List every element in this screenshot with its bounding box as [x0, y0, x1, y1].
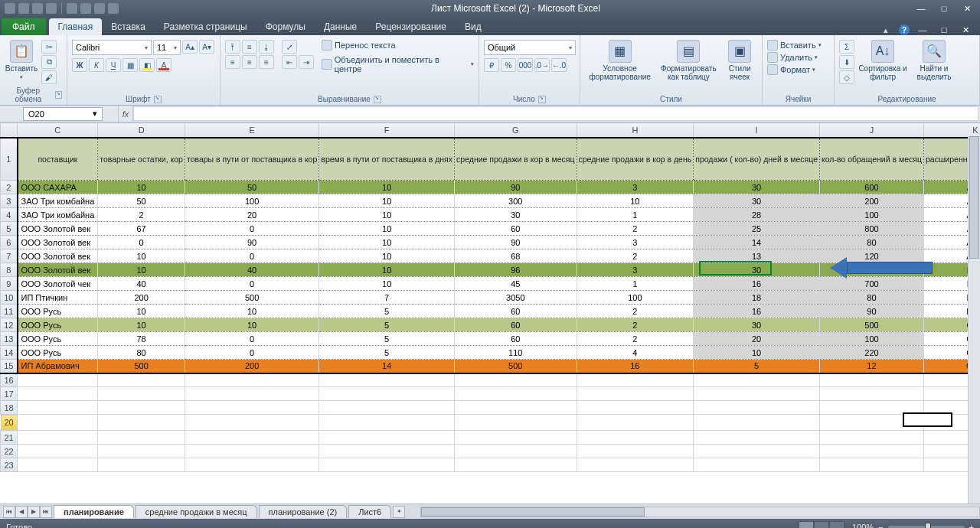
cell[interactable]: 10: [319, 181, 455, 194]
cell[interactable]: [18, 431, 98, 445]
wrap-text-button[interactable]: Перенос текста: [322, 40, 474, 51]
cell[interactable]: 80: [819, 291, 923, 305]
cell[interactable]: ООО Золотой век: [18, 263, 98, 277]
page-layout-view-icon[interactable]: [814, 521, 829, 528]
fx-icon[interactable]: fx: [118, 106, 133, 122]
cell[interactable]: 60: [455, 318, 577, 332]
cell[interactable]: [694, 373, 820, 387]
cell[interactable]: 60: [455, 222, 577, 236]
dialog-launcher-icon[interactable]: [374, 96, 381, 103]
cell[interactable]: 40: [98, 277, 185, 291]
sheet-nav-last-icon[interactable]: ⏭: [40, 506, 52, 518]
cell[interactable]: 16: [694, 277, 820, 291]
cell[interactable]: [319, 415, 455, 431]
cell[interactable]: 67: [98, 222, 185, 236]
cell[interactable]: 90: [185, 236, 318, 249]
cell[interactable]: 10: [694, 346, 820, 360]
cell[interactable]: 10: [185, 305, 318, 318]
qat-icon[interactable]: [94, 3, 105, 14]
cell[interactable]: 30: [694, 181, 820, 194]
row-header[interactable]: 18: [1, 401, 18, 415]
cell[interactable]: 10: [319, 249, 455, 263]
cell[interactable]: 3: [577, 236, 694, 249]
cell[interactable]: 10: [98, 263, 185, 277]
dialog-launcher-icon[interactable]: [538, 96, 546, 103]
cell[interactable]: 2: [577, 249, 694, 263]
cell[interactable]: [18, 445, 98, 458]
column-header[interactable]: J: [819, 123, 923, 138]
cell[interactable]: [319, 401, 455, 415]
cell[interactable]: [819, 458, 923, 472]
cell[interactable]: ИП Абрамович: [18, 360, 98, 373]
qat-icon[interactable]: [67, 3, 77, 14]
cell[interactable]: 4: [577, 346, 694, 360]
row-header[interactable]: 4: [1, 208, 18, 222]
table-header-cell[interactable]: средние продажи в кор в месяц: [455, 138, 577, 181]
increase-decimal-icon[interactable]: .0→: [534, 58, 550, 72]
qat-icon[interactable]: [80, 3, 91, 14]
cell[interactable]: 800: [819, 222, 923, 236]
decrease-decimal-icon[interactable]: ←.0: [551, 58, 567, 72]
cell[interactable]: ООО Золотой чек: [18, 277, 98, 291]
cell[interactable]: [694, 431, 820, 445]
cell[interactable]: 0: [98, 236, 185, 249]
cell[interactable]: [319, 458, 455, 472]
cell[interactable]: [185, 445, 318, 458]
cell[interactable]: 7: [319, 291, 455, 305]
cell[interactable]: 10: [319, 194, 455, 208]
cell[interactable]: 0: [185, 332, 318, 346]
row-header[interactable]: 12: [1, 318, 18, 332]
cell[interactable]: 90: [455, 181, 577, 194]
cell[interactable]: 0: [185, 222, 318, 236]
tab-page-layout[interactable]: Разметка страницы: [155, 18, 256, 35]
cell[interactable]: [455, 458, 577, 472]
row-header[interactable]: 14: [1, 346, 18, 360]
underline-button[interactable]: Ч: [106, 58, 121, 72]
cell[interactable]: [577, 458, 694, 472]
cell[interactable]: 0: [185, 249, 318, 263]
cell[interactable]: 10: [577, 194, 694, 208]
redo-icon[interactable]: [46, 3, 57, 14]
new-sheet-icon[interactable]: ✶: [393, 506, 405, 518]
cell[interactable]: [819, 415, 923, 431]
cell[interactable]: [319, 431, 455, 445]
cell[interactable]: [185, 458, 318, 472]
cell[interactable]: 25: [694, 222, 820, 236]
cell[interactable]: [577, 445, 694, 458]
tab-file[interactable]: Файл: [2, 18, 46, 35]
cell[interactable]: 5: [319, 346, 455, 360]
table-header-cell[interactable]: товарные остатки, кор: [98, 138, 185, 181]
currency-icon[interactable]: ₽: [484, 58, 499, 72]
cell[interactable]: 2: [98, 208, 185, 222]
cell[interactable]: [185, 373, 318, 387]
cell[interactable]: 500: [819, 318, 923, 332]
cell[interactable]: 10: [319, 277, 455, 291]
cell[interactable]: 90: [455, 236, 577, 249]
cell[interactable]: 3: [577, 181, 694, 194]
cell[interactable]: 80: [819, 236, 923, 249]
cell[interactable]: 200: [98, 291, 185, 305]
cell[interactable]: 45: [455, 277, 577, 291]
cell[interactable]: 700: [819, 277, 923, 291]
row-header[interactable]: 20: [1, 415, 18, 430]
cell[interactable]: 3: [577, 263, 694, 277]
column-header[interactable]: I: [694, 123, 820, 138]
table-header-cell[interactable]: средние продажи в кор в день: [577, 138, 694, 181]
align-bottom-icon[interactable]: ⭳: [259, 40, 274, 54]
cell[interactable]: 10: [185, 318, 318, 332]
row-header[interactable]: 16: [1, 373, 18, 387]
help-icon[interactable]: ?: [899, 24, 910, 35]
cell[interactable]: [18, 373, 98, 387]
conditional-formatting-button[interactable]: ▦Условное форматирование: [585, 40, 655, 81]
cell[interactable]: 200: [819, 194, 923, 208]
cell[interactable]: 13: [694, 249, 820, 263]
row-header[interactable]: 8: [1, 263, 18, 277]
cell[interactable]: [819, 431, 923, 445]
align-top-icon[interactable]: ⭱: [225, 40, 240, 54]
borders-icon[interactable]: ▦: [122, 58, 138, 72]
cell[interactable]: 2: [577, 222, 694, 236]
cell[interactable]: [455, 387, 577, 401]
cell[interactable]: ООО Золотой век: [18, 236, 98, 249]
row-header[interactable]: 15: [1, 360, 18, 373]
decrease-indent-icon[interactable]: ⇤: [282, 55, 297, 69]
